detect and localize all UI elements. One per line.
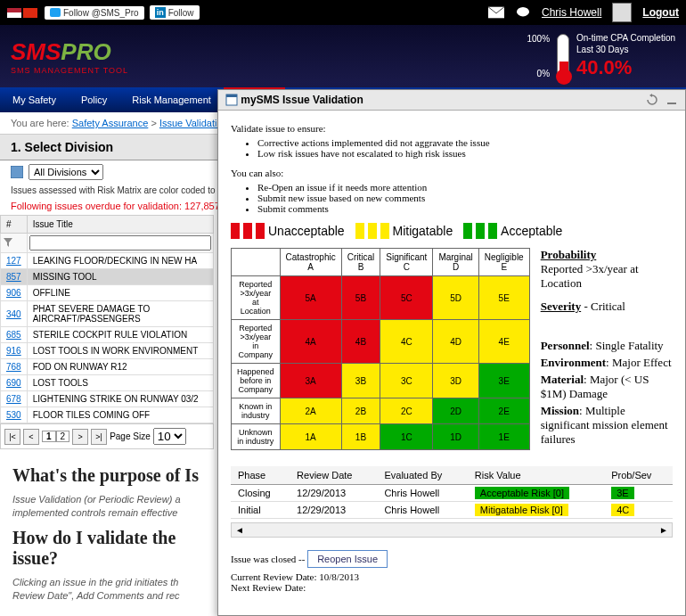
matrix-cell[interactable]: 1C <box>380 424 433 450</box>
issue-id-link[interactable]: 690 <box>6 378 21 388</box>
matrix-cell[interactable]: 3C <box>380 364 433 398</box>
matrix-cell[interactable]: 3E <box>478 364 529 398</box>
issue-id-link[interactable]: 678 <box>6 394 21 404</box>
division-filter-icon[interactable] <box>11 166 23 178</box>
logout-link[interactable]: Logout <box>642 6 679 19</box>
pager-last[interactable]: >| <box>91 429 107 445</box>
matrix-cell[interactable]: 2B <box>341 398 380 424</box>
matrix-cell[interactable]: 1E <box>478 424 529 450</box>
severity-def: Personnel: Single Fatality <box>541 339 673 353</box>
logo-bar: SMSPRO SMS MANAGEMENT TOOL 100% 0% On-ti… <box>0 25 686 87</box>
issue-id-link[interactable]: 530 <box>6 410 21 420</box>
probsev-badge: 3E <box>611 487 633 499</box>
matrix-cell[interactable]: 4B <box>341 320 380 364</box>
risk-matrix: CatastrophicACriticalBSignificantCMargin… <box>231 248 530 450</box>
table-row[interactable]: 530FLOOR TILES COMING OFF <box>1 407 214 423</box>
pager-next[interactable]: > <box>72 429 88 445</box>
svg-rect-4 <box>226 94 237 97</box>
matrix-cell[interactable]: 2A <box>280 398 341 424</box>
linkedin-follow-button[interactable]: in Follow <box>150 5 200 20</box>
nav-item[interactable]: Risk Management <box>119 87 224 112</box>
issue-id-link[interactable]: 685 <box>6 330 21 340</box>
matrix-cell[interactable]: 5E <box>478 276 529 320</box>
cpa-subtitle: Last 30 Days <box>576 44 675 55</box>
mail-icon[interactable] <box>488 6 504 19</box>
flag-us[interactable] <box>7 8 21 18</box>
matrix-cell[interactable]: 5B <box>341 276 380 320</box>
legend-label: Mitigatable <box>393 224 453 238</box>
linkedin-label: Follow <box>168 8 194 18</box>
list-item: Re-Open an issue if it needs more attent… <box>257 182 673 193</box>
table-row[interactable]: 685STERILE COCKPIT RULE VIOLATION <box>1 327 214 343</box>
division-select[interactable]: All Divisions <box>29 164 103 180</box>
matrix-cell[interactable]: 2D <box>433 398 478 424</box>
chat-icon[interactable] <box>515 6 531 19</box>
matrix-cell[interactable]: 4E <box>478 320 529 364</box>
table-row[interactable]: 690LOST TOOLS <box>1 375 214 391</box>
nav-item[interactable]: My Safety <box>0 87 69 112</box>
thermometer-icon <box>557 34 569 78</box>
table-row[interactable]: 857MISSING TOOL <box>1 269 214 285</box>
issue-id-link[interactable]: 857 <box>6 272 21 282</box>
table-row[interactable]: 768FOD ON RUNWAY R12 <box>1 359 214 375</box>
table-row[interactable]: 127LEAKING FLOOR/DECKING IN NEW HA <box>1 253 214 269</box>
issue-id-link[interactable]: 127 <box>6 256 21 266</box>
col-header-id[interactable]: # <box>1 216 28 234</box>
title-filter-input[interactable] <box>29 235 211 251</box>
matrix-col-header: NegligibleE <box>478 249 529 276</box>
severity-def: Environment: Major Effect <box>541 356 673 370</box>
pager-page[interactable]: 1 <box>42 431 56 442</box>
minimize-icon[interactable] <box>666 94 678 106</box>
issue-grid: #Issue Title 127LEAKING FLOOR/DECKING IN… <box>0 215 214 449</box>
matrix-cell[interactable]: 5A <box>280 276 341 320</box>
pagesize-select[interactable]: 10 <box>153 428 186 445</box>
twitter-follow-button[interactable]: Follow @SMS_Pro <box>45 6 144 20</box>
refresh-icon[interactable] <box>646 94 658 106</box>
article-text: Clicking an issue in the grid initiates … <box>12 576 201 604</box>
matrix-cell[interactable]: 1B <box>341 424 380 450</box>
matrix-cell[interactable]: 1D <box>433 424 478 450</box>
nav-item[interactable]: Policy <box>69 87 119 112</box>
matrix-row-header: Known in industry <box>232 398 281 424</box>
issue-id-link[interactable]: 768 <box>6 362 21 372</box>
table-row[interactable]: 678LIGHTENING STRIKE ON RUNWAY 03/2 <box>1 391 214 407</box>
cpa-title: On-time CPA Completion <box>576 32 675 44</box>
filter-icon[interactable] <box>3 237 13 248</box>
matrix-cell[interactable]: 4D <box>433 320 478 364</box>
matrix-cell[interactable]: 5C <box>380 276 433 320</box>
pager-first[interactable]: |< <box>4 429 20 445</box>
prob-label: Probability <box>541 248 597 261</box>
table-row[interactable]: 340PHAT SEVERE DAMAGE TO AIRCRAFT/PASSEN… <box>1 301 214 327</box>
matrix-cell[interactable]: 3A <box>280 364 341 398</box>
table-row[interactable]: 916LOST TOOLS IN WORK ENVIRONMENT <box>1 343 214 359</box>
issue-title: STERILE COCKPIT RULE VIOLATION <box>27 327 213 343</box>
matrix-cell[interactable]: 1A <box>280 424 341 450</box>
matrix-cell[interactable]: 3D <box>433 364 478 398</box>
window-icon <box>225 94 238 106</box>
pager-page[interactable]: 2 <box>56 431 70 442</box>
issue-title: MISSING TOOL <box>27 269 213 285</box>
phase-scrollbar[interactable]: ◄► <box>231 522 673 538</box>
flag-cn[interactable] <box>23 8 37 18</box>
issue-title: LOST TOOLS IN WORK ENVIRONMENT <box>27 343 213 359</box>
closed-label: Issue was closed -- <box>231 554 305 564</box>
matrix-cell[interactable]: 3B <box>341 364 380 398</box>
username-link[interactable]: Chris Howell <box>542 6 601 19</box>
logo: SMSPRO <box>11 38 128 66</box>
issue-id-link[interactable]: 916 <box>6 346 21 356</box>
breadcrumb-link[interactable]: Safety Assurance <box>72 118 149 128</box>
matrix-cell[interactable]: 2C <box>380 398 433 424</box>
table-row[interactable]: 906OFFLINE <box>1 285 214 301</box>
matrix-cell[interactable]: 4A <box>280 320 341 364</box>
issue-id-link[interactable]: 906 <box>6 288 21 298</box>
matrix-cell[interactable]: 2E <box>478 398 529 424</box>
matrix-cell[interactable]: 5D <box>433 276 478 320</box>
reopen-button[interactable]: Reopen Issue <box>307 550 388 568</box>
issue-id-link[interactable]: 340 <box>6 309 21 319</box>
avatar[interactable] <box>612 3 632 22</box>
pager-prev[interactable]: < <box>23 429 39 445</box>
issue-title: LOST TOOLS <box>27 375 213 391</box>
severity-def: Mission: Multiple significant mission el… <box>541 404 673 447</box>
col-header-title[interactable]: Issue Title <box>27 216 213 234</box>
matrix-cell[interactable]: 4C <box>380 320 433 364</box>
